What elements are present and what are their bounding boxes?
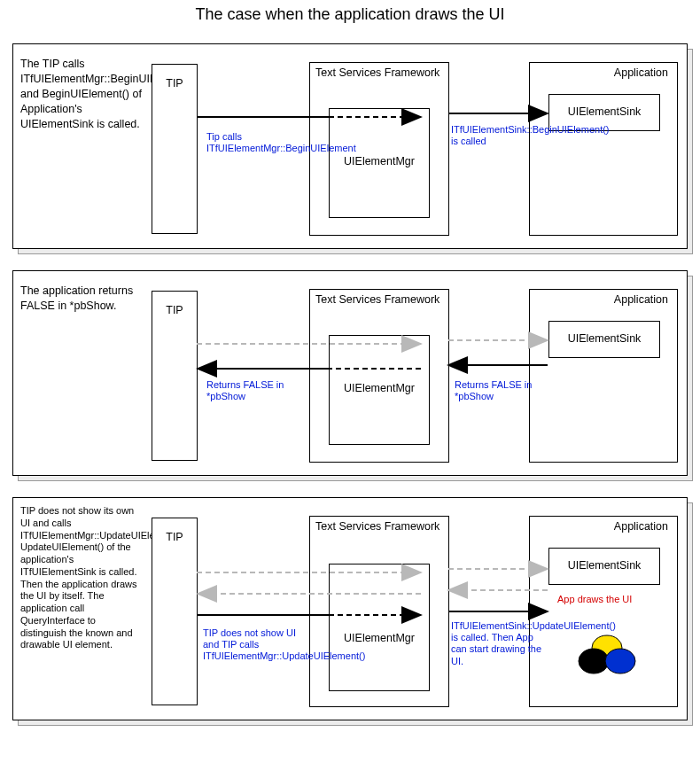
note-1-left: Tip calls ITfUIElementMgr::BeginUIElemen… — [206, 131, 304, 154]
panel-1: The TIP calls ITfUIElementMgr::BeginUIEl… — [12, 43, 688, 249]
arrows-2 — [13, 271, 687, 475]
note-3-right: ITfUIElementSink::UpdateUIElement() is c… — [451, 620, 543, 667]
panel-2: The application returns FALSE in *pbShow… — [12, 270, 688, 476]
arrows-3 — [13, 498, 687, 720]
note-2-right: Returns FALSE in *pbShow — [455, 379, 552, 402]
note-2-left: Returns FALSE in *pbShow — [206, 379, 304, 402]
app-draws-text: App draws the UI — [557, 594, 632, 604]
page-title: The case when the application draws the … — [0, 0, 700, 35]
app-draws-icon — [572, 633, 642, 675]
panel-3: TIP does not show its own UI and calls I… — [12, 497, 688, 720]
note-3-left: TIP does not show UI and TIP calls ITfUI… — [203, 627, 306, 663]
svg-point-16 — [579, 649, 609, 673]
svg-point-17 — [605, 649, 635, 673]
note-1-right: ITfUIElementSink::BeginUIElement() is ca… — [451, 124, 545, 147]
